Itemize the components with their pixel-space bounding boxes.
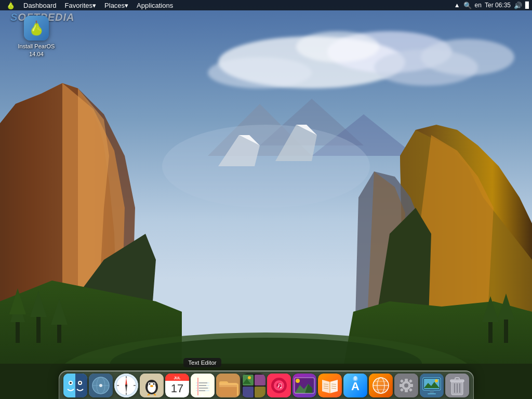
svg-point-6	[421, 39, 514, 75]
svg-rect-149	[428, 393, 436, 394]
svg-point-70	[150, 385, 153, 387]
prefs-icon	[394, 374, 418, 397]
files-icon	[216, 374, 240, 397]
safari-icon	[114, 374, 138, 397]
svg-rect-135	[405, 379, 408, 382]
dock-books[interactable]	[318, 374, 342, 397]
appstore-icon: A	[343, 374, 367, 397]
trash-icon	[445, 374, 469, 397]
dock: Finder	[59, 370, 474, 399]
menubar: 🍐 Dashboard Favorites▾ Places▾ Applicati…	[0, 0, 532, 10]
desktop: SOFTPEDIA 🍐 Install PearOS 14.04 🍐 Dashb…	[0, 0, 532, 399]
music-icon: ♫	[267, 374, 291, 397]
svg-point-69	[153, 383, 154, 385]
places-menu[interactable]: Places▾	[100, 0, 132, 10]
svg-point-10	[162, 125, 370, 208]
svg-rect-43	[63, 374, 75, 397]
dock-launchpad[interactable]	[89, 374, 113, 397]
menubar-right: ▲ 🔍 en Ter 06:35 🔊 ▊	[454, 2, 530, 9]
svg-point-48	[79, 382, 81, 384]
dock-textedit[interactable]: Text Editor	[191, 374, 215, 397]
volume-icon[interactable]: 🔊	[514, 2, 522, 9]
dock-calendar[interactable]: JUL 17	[165, 374, 189, 397]
photos-icon	[242, 374, 265, 397]
launchpad-icon	[89, 374, 113, 397]
language-indicator[interactable]: en	[475, 2, 482, 9]
gallery-icon	[292, 374, 316, 397]
svg-text:A: A	[351, 380, 360, 393]
svg-point-147	[435, 379, 438, 382]
svg-point-58	[125, 384, 127, 387]
svg-point-45	[70, 382, 72, 384]
svg-point-53	[99, 384, 102, 387]
applications-menu[interactable]: Applications	[132, 0, 177, 10]
svg-point-134	[404, 383, 408, 388]
dock-migration[interactable]	[140, 374, 164, 397]
svg-rect-148	[430, 390, 434, 393]
svg-rect-98	[243, 387, 254, 397]
svg-point-5	[208, 57, 312, 88]
clock-display: Ter 06:35	[485, 2, 511, 9]
eject-icon[interactable]: ▲	[454, 2, 460, 9]
calendar-icon: JUL 17	[165, 374, 189, 397]
display-icon	[420, 374, 444, 397]
finder-icon	[63, 374, 87, 397]
dock-safari[interactable]	[114, 374, 138, 397]
svg-point-4	[296, 31, 379, 62]
dock-browser[interactable]	[369, 374, 393, 397]
svg-point-112	[296, 379, 300, 383]
svg-rect-99	[255, 387, 265, 397]
svg-rect-94	[219, 383, 237, 387]
svg-rect-137	[400, 384, 403, 387]
dock-gallery[interactable]	[292, 374, 316, 397]
svg-rect-136	[405, 389, 408, 392]
dock-files[interactable]	[216, 374, 240, 397]
apple-menu[interactable]: 🍐	[2, 0, 19, 10]
books-icon	[318, 374, 342, 397]
migration-icon	[140, 374, 164, 397]
menubar-left: 🍐 Dashboard Favorites▾ Places▾ Applicati…	[2, 0, 454, 10]
dock-container: Finder	[0, 370, 532, 399]
browser-icon	[369, 374, 393, 397]
svg-point-68	[149, 383, 150, 385]
favorites-menu[interactable]: Favorites▾	[61, 0, 100, 10]
dock-photos[interactable]	[242, 374, 265, 397]
desktop-background	[0, 0, 532, 399]
textedit-tooltip: Text Editor	[183, 358, 221, 367]
dashboard-menu[interactable]: Dashboard	[19, 0, 61, 10]
dock-prefs[interactable]	[394, 374, 418, 397]
dock-music[interactable]: ♫	[267, 374, 291, 397]
cursor-arrow: ▲	[200, 391, 206, 398]
svg-text:♫: ♫	[276, 381, 283, 390]
svg-rect-46	[75, 374, 87, 397]
install-pearos-label: Install PearOS 14.04	[18, 43, 55, 59]
battery-icon: ▊	[525, 2, 530, 9]
dock-display[interactable]	[420, 374, 444, 397]
install-pearos-icon[interactable]: 🍐 Install PearOS 14.04	[16, 16, 57, 59]
svg-point-101	[248, 376, 251, 379]
search-icon[interactable]: 🔍	[463, 2, 472, 9]
dock-trash[interactable]	[445, 374, 469, 397]
dock-appstore[interactable]: A	[343, 374, 367, 397]
svg-rect-97	[255, 375, 265, 385]
svg-text:17: 17	[170, 382, 183, 395]
install-pearos-icon-img: 🍐	[24, 16, 49, 41]
svg-text:JUL: JUL	[174, 376, 181, 380]
dock-finder[interactable]: Finder	[63, 374, 87, 397]
svg-rect-138	[410, 384, 413, 387]
svg-point-125	[354, 376, 357, 380]
